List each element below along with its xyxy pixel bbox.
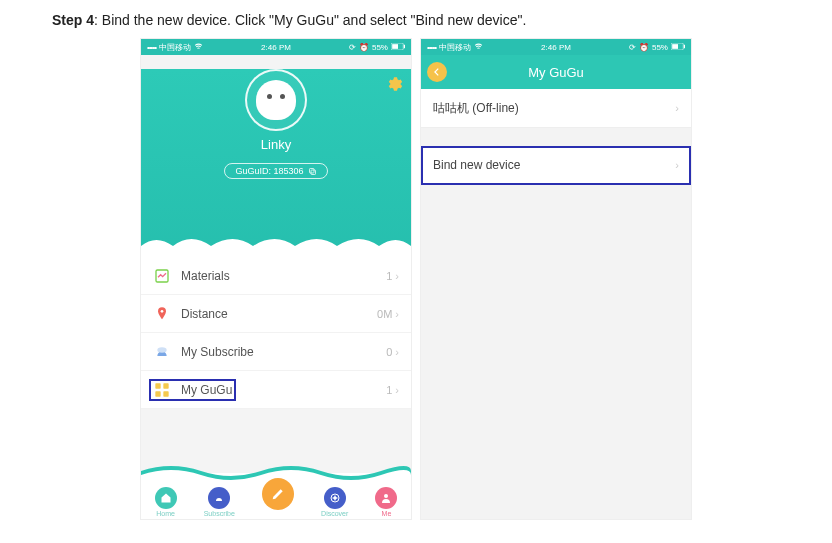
battery-pct: 55% xyxy=(652,43,668,52)
menu-item-my-gugu[interactable]: My GuGu 1› xyxy=(141,371,411,409)
svg-rect-2 xyxy=(404,44,405,48)
tab-bar: Home Subscribe Discover Me xyxy=(141,473,411,519)
instruction-text: : Bind the new device. Click "My GuGu" a… xyxy=(94,12,526,28)
signal-dots-icon: ••••• xyxy=(427,43,436,52)
battery-pct: 55% xyxy=(372,43,388,52)
svg-rect-10 xyxy=(155,391,160,396)
tab-label: Discover xyxy=(321,510,348,517)
compose-icon xyxy=(262,478,294,510)
chevron-right-icon: › xyxy=(395,384,399,396)
tab-label: Home xyxy=(156,510,175,517)
tab-compose[interactable] xyxy=(262,484,294,517)
subscribe-icon xyxy=(153,343,171,361)
subscribe-tab-icon xyxy=(208,487,230,509)
tab-me[interactable]: Me xyxy=(375,487,397,517)
carrier-label: 中国移动 xyxy=(159,42,191,53)
gear-icon[interactable] xyxy=(385,75,403,93)
phone-me-screen: ••••• 中国移动 2:46 PM ⟳ ⏰ 55% Linky GuGuID:… xyxy=(140,38,412,520)
copy-icon xyxy=(308,167,317,176)
status-bar: ••••• 中国移动 2:46 PM ⟳ ⏰ 55% xyxy=(141,39,411,55)
materials-icon xyxy=(153,267,171,285)
menu-label: Materials xyxy=(181,269,230,283)
profile-header: Linky GuGuID: 185306 xyxy=(141,69,411,257)
device-list: 咕咕机 (Off-line) › Bind new device › xyxy=(421,89,691,519)
device-label: 咕咕机 (Off-line) xyxy=(433,100,519,117)
menu-value: 0M xyxy=(377,308,392,320)
page-title: My GuGu xyxy=(421,65,691,80)
chevron-right-icon: › xyxy=(395,308,399,320)
my-gugu-icon xyxy=(153,381,171,399)
battery-icon xyxy=(391,43,405,52)
menu-label: My GuGu xyxy=(181,383,232,397)
chevron-right-icon: › xyxy=(395,270,399,282)
bind-new-device-row[interactable]: Bind new device › xyxy=(421,146,691,185)
svg-rect-9 xyxy=(163,383,168,388)
svg-rect-16 xyxy=(684,44,685,48)
menu-value: 0 xyxy=(386,346,392,358)
svg-rect-15 xyxy=(672,44,678,49)
chevron-right-icon: › xyxy=(675,159,679,171)
home-icon xyxy=(155,487,177,509)
alarm-icon: ⏰ xyxy=(359,43,369,52)
signal-dots-icon: ••••• xyxy=(147,43,156,52)
menu-item-subscribe[interactable]: My Subscribe 0› xyxy=(141,333,411,371)
bind-new-device-label: Bind new device xyxy=(433,158,520,172)
svg-rect-4 xyxy=(309,168,314,173)
svg-point-7 xyxy=(157,347,166,352)
me-icon xyxy=(375,487,397,509)
menu-item-distance[interactable]: Distance 0M› xyxy=(141,295,411,333)
tab-discover[interactable]: Discover xyxy=(321,487,348,517)
discover-icon xyxy=(324,487,346,509)
menu-value: 1 xyxy=(386,384,392,396)
svg-rect-1 xyxy=(392,44,398,49)
sync-icon: ⟳ xyxy=(349,43,356,52)
svg-rect-8 xyxy=(155,383,160,388)
svg-point-13 xyxy=(384,494,388,498)
battery-icon xyxy=(671,43,685,52)
tab-label: Me xyxy=(382,510,392,517)
svg-point-6 xyxy=(161,310,164,313)
menu-item-materials[interactable]: Materials 1› xyxy=(141,257,411,295)
instruction-line: Step 4: Bind the new device. Click "My G… xyxy=(52,12,820,28)
svg-rect-3 xyxy=(311,170,316,175)
avatar-ghost-icon xyxy=(256,80,296,120)
avatar[interactable] xyxy=(245,69,307,131)
gugu-id-pill[interactable]: GuGuID: 185306 xyxy=(224,163,327,179)
svg-rect-11 xyxy=(163,391,168,396)
chevron-right-icon: › xyxy=(675,102,679,114)
sync-icon: ⟳ xyxy=(629,43,636,52)
clock: 2:46 PM xyxy=(541,43,571,52)
clock: 2:46 PM xyxy=(261,43,291,52)
username: Linky xyxy=(141,137,411,152)
wifi-icon xyxy=(474,42,483,53)
device-row-offline[interactable]: 咕咕机 (Off-line) › xyxy=(421,89,691,128)
menu-label: Distance xyxy=(181,307,228,321)
alarm-icon: ⏰ xyxy=(639,43,649,52)
phone-my-gugu-screen: ••••• 中国移动 2:46 PM ⟳ ⏰ 55% My GuGu 咕咕机 (… xyxy=(420,38,692,520)
tab-home[interactable]: Home xyxy=(155,487,177,517)
tab-subscribe[interactable]: Subscribe xyxy=(204,487,235,517)
status-bar: ••••• 中国移动 2:46 PM ⟳ ⏰ 55% xyxy=(421,39,691,55)
step-label: Step 4 xyxy=(52,12,94,28)
menu-label: My Subscribe xyxy=(181,345,254,359)
tab-label: Subscribe xyxy=(204,510,235,517)
gugu-id-label: GuGuID: 185306 xyxy=(235,166,303,176)
nav-header: My GuGu xyxy=(421,55,691,89)
carrier-label: 中国移动 xyxy=(439,42,471,53)
cloud-divider-icon xyxy=(141,232,411,258)
menu-value: 1 xyxy=(386,270,392,282)
profile-menu-list: Materials 1› Distance 0M› My Subscribe 0… xyxy=(141,257,411,409)
wifi-icon xyxy=(194,42,203,53)
chevron-right-icon: › xyxy=(395,346,399,358)
distance-icon xyxy=(153,305,171,323)
